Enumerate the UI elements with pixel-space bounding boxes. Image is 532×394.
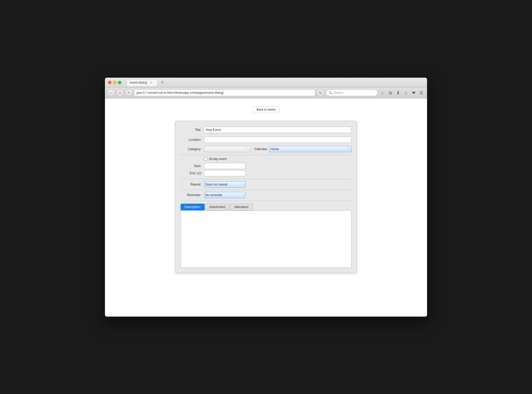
title-label: Title:: [181, 128, 204, 132]
browser-tab[interactable]: event-dialog ✕: [127, 79, 158, 86]
refresh-icon: ↻: [319, 91, 322, 95]
tab-attendees[interactable]: Attendees:: [230, 204, 253, 210]
event-dialog: Title: Location: Category: Calendar:: [175, 121, 357, 273]
tab-bar: event-dialog ✕ +: [127, 79, 424, 86]
close-window-button[interactable]: [108, 81, 111, 84]
calendar-select-wrapper: Home Work Personal: [269, 146, 351, 152]
url-text: gsoc17-convert-xul-to-html.herokuapp.com…: [136, 91, 313, 95]
search-placeholder: Search: [334, 91, 343, 95]
url-bar[interactable]: gsoc17-convert-xul-to-html.herokuapp.com…: [134, 89, 315, 96]
back-icon: ←: [109, 91, 113, 95]
tab-title: event-dialog: [130, 81, 147, 84]
info-icon: i: [119, 91, 120, 95]
edit-icon: ✎: [128, 91, 130, 95]
bookmark-icon[interactable]: ☆: [379, 90, 385, 96]
allday-label[interactable]: All day event: [209, 157, 227, 161]
reminder-label: Reminder:: [181, 193, 204, 197]
divider-1: [181, 155, 351, 155]
search-bar[interactable]: 🔍 Search: [326, 89, 378, 96]
category-select[interactable]: [204, 146, 251, 152]
repeat-label: Repeat:: [181, 183, 204, 186]
category-select-wrapper: [204, 146, 251, 152]
reminder-row: Reminder: No reminder 5 minutes before 1…: [181, 192, 351, 201]
maximize-window-button[interactable]: [118, 81, 121, 84]
browser-window: event-dialog ✕ + ← i ✎ gsoc17-convert-xu…: [105, 78, 427, 317]
allday-row: All day event: [204, 157, 351, 161]
title-row: Title:: [181, 126, 351, 133]
pocket-icon[interactable]: ❤: [410, 90, 417, 96]
category-calendar-row: Category: Calendar: Home Work Personal: [181, 146, 351, 152]
divider-2: [181, 179, 351, 179]
tab-attachment[interactable]: Attachment:: [205, 204, 230, 210]
tab-section: Description: Attachment: Attendees:: [181, 204, 351, 268]
new-tab-button[interactable]: +: [159, 79, 166, 86]
download-icon[interactable]: ⬇: [395, 90, 401, 96]
minimize-window-button[interactable]: [113, 81, 116, 84]
tab-close-button[interactable]: ✕: [149, 81, 152, 84]
title-bar: event-dialog ✕ +: [105, 78, 427, 88]
title-input[interactable]: [204, 127, 351, 133]
location-row: Location:: [181, 136, 351, 143]
location-input[interactable]: [204, 137, 351, 143]
back-button[interactable]: ←: [108, 89, 115, 96]
shield-button[interactable]: ✎: [125, 89, 132, 96]
end-label: End: (U): [181, 171, 204, 175]
nav-bar: ← i ✎ gsoc17-convert-xul-to-html.herokua…: [105, 88, 427, 98]
end-input[interactable]: [204, 170, 245, 176]
allday-checkbox[interactable]: [204, 157, 207, 161]
search-icon: 🔍: [329, 91, 332, 95]
start-label: Start:: [181, 164, 204, 168]
reminder-select[interactable]: No reminder 5 minutes before 10 minutes …: [204, 192, 245, 198]
location-label: Location:: [181, 138, 204, 142]
back-to-home-button[interactable]: Back to home: [252, 106, 279, 113]
reminder-select-wrapper: No reminder 5 minutes before 10 minutes …: [204, 192, 245, 198]
description-textarea[interactable]: [183, 213, 349, 265]
nav-icons: ☆ ⊟ ⬇ ⌂ ❤ ☰: [379, 90, 424, 96]
menu-icon[interactable]: ☰: [418, 90, 424, 96]
home-icon[interactable]: ⌂: [403, 90, 409, 96]
info-button[interactable]: i: [116, 89, 124, 96]
traffic-lights: [108, 81, 121, 84]
calendar-label: Calendar:: [254, 147, 268, 151]
repeat-row: Repeat: Does not repeat Daily Weekly Mon…: [181, 181, 351, 190]
start-input[interactable]: [204, 163, 245, 169]
page-content: Back to home Title: Location: Category:: [105, 98, 427, 317]
refresh-button[interactable]: ↻: [317, 89, 324, 96]
start-row: Start:: [181, 163, 351, 169]
reader-icon[interactable]: ⊟: [387, 90, 393, 96]
category-label: Category:: [181, 147, 204, 151]
end-row: End: (U): [181, 170, 351, 176]
tab-content: [181, 210, 351, 268]
tab-description[interactable]: Description:: [181, 204, 205, 210]
repeat-select[interactable]: Does not repeat Daily Weekly Monthly Yea…: [204, 181, 245, 188]
dialog-tabs: Description: Attachment: Attendees:: [181, 204, 351, 210]
calendar-select[interactable]: Home Work Personal: [269, 146, 351, 152]
repeat-select-wrapper: Does not repeat Daily Weekly Monthly Yea…: [204, 181, 245, 188]
